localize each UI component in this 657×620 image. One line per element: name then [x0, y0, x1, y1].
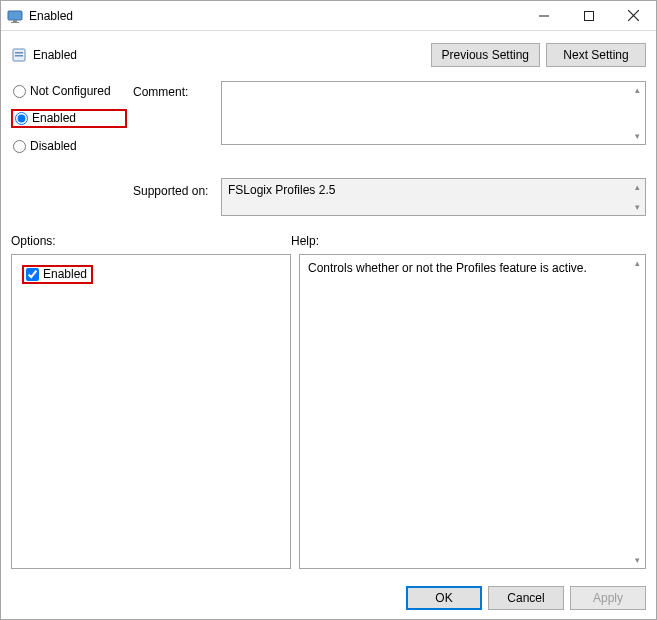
supported-on-field: FSLogix Profiles 2.5 ▴ ▾: [221, 178, 646, 216]
minimize-button[interactable]: [521, 1, 566, 31]
window-title: Enabled: [29, 9, 73, 23]
ok-button[interactable]: OK: [406, 586, 482, 610]
apply-button[interactable]: Apply: [570, 586, 646, 610]
top-grid: Not Configured Enabled Disabled Comment:: [11, 81, 646, 216]
supported-on-value: FSLogix Profiles 2.5: [228, 183, 335, 197]
policy-icon: [11, 47, 27, 63]
svg-rect-4: [584, 11, 593, 20]
footer: OK Cancel Apply: [1, 577, 656, 619]
comment-label: Comment:: [133, 81, 215, 99]
radio-disabled[interactable]: Disabled: [11, 138, 127, 154]
radio-not-configured[interactable]: Not Configured: [11, 83, 127, 99]
svg-rect-1: [13, 20, 17, 22]
scroll-down-icon[interactable]: ▾: [629, 552, 645, 568]
titlebar: Enabled: [1, 1, 656, 31]
maximize-button[interactable]: [566, 1, 611, 31]
svg-rect-9: [15, 55, 23, 57]
option-enabled-checkbox[interactable]: Enabled: [26, 267, 87, 281]
scroll-down-icon[interactable]: ▾: [629, 128, 645, 144]
scroll-down-icon[interactable]: ▾: [629, 199, 645, 215]
comment-textarea[interactable]: ▴ ▾: [221, 81, 646, 145]
cancel-button[interactable]: Cancel: [488, 586, 564, 610]
dialog-window: Enabled Enabled Previous Setting Next Se…: [0, 0, 657, 620]
supported-on-label: Supported on:: [133, 178, 215, 198]
option-enabled-checkbox-input[interactable]: [26, 268, 39, 281]
radio-not-configured-input[interactable]: [13, 85, 26, 98]
options-label: Options:: [11, 234, 291, 248]
radio-disabled-input[interactable]: [13, 140, 26, 153]
panels: Enabled Controls whether or not the Prof…: [11, 254, 646, 569]
radio-enabled-label: Enabled: [32, 111, 76, 125]
radio-enabled-input[interactable]: [15, 112, 28, 125]
previous-setting-button[interactable]: Previous Setting: [431, 43, 540, 67]
help-scrollbar[interactable]: ▴ ▾: [629, 255, 645, 568]
scroll-up-icon[interactable]: ▴: [629, 82, 645, 98]
option-enabled-checkbox-label: Enabled: [43, 267, 87, 281]
help-text: Controls whether or not the Profiles fea…: [308, 261, 587, 275]
radio-disabled-label: Disabled: [30, 139, 77, 153]
policy-name: Enabled: [33, 48, 77, 62]
option-enabled-highlight: Enabled: [22, 265, 93, 284]
radio-enabled-highlight: Enabled: [11, 109, 127, 128]
content-area: Enabled Previous Setting Next Setting No…: [1, 31, 656, 577]
close-button[interactable]: [611, 1, 656, 31]
svg-rect-0: [8, 11, 22, 20]
help-panel: Controls whether or not the Profiles fea…: [299, 254, 646, 569]
svg-rect-8: [15, 52, 23, 54]
header-row: Enabled Previous Setting Next Setting: [11, 39, 646, 71]
svg-rect-2: [11, 22, 19, 23]
options-panel: Enabled: [11, 254, 291, 569]
comment-scrollbar[interactable]: ▴ ▾: [629, 82, 645, 144]
app-icon: [7, 8, 23, 24]
scroll-up-icon[interactable]: ▴: [629, 179, 645, 195]
help-label: Help:: [291, 234, 319, 248]
state-radio-group: Not Configured Enabled Disabled: [11, 81, 127, 154]
mid-labels: Options: Help:: [11, 234, 646, 248]
radio-enabled[interactable]: Enabled: [15, 111, 76, 125]
next-setting-button[interactable]: Next Setting: [546, 43, 646, 67]
radio-not-configured-label: Not Configured: [30, 84, 111, 98]
supported-scrollbar[interactable]: ▴ ▾: [629, 179, 645, 215]
scroll-up-icon[interactable]: ▴: [629, 255, 645, 271]
